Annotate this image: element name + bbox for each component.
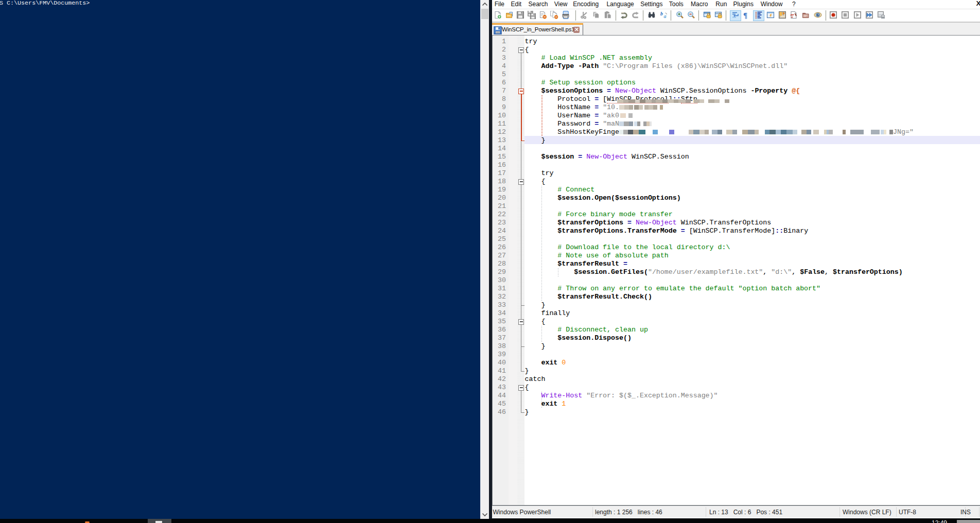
svg-text:¶: ¶ [743, 11, 747, 20]
svg-text:b: b [660, 11, 663, 16]
svg-text:a: a [663, 13, 666, 19]
